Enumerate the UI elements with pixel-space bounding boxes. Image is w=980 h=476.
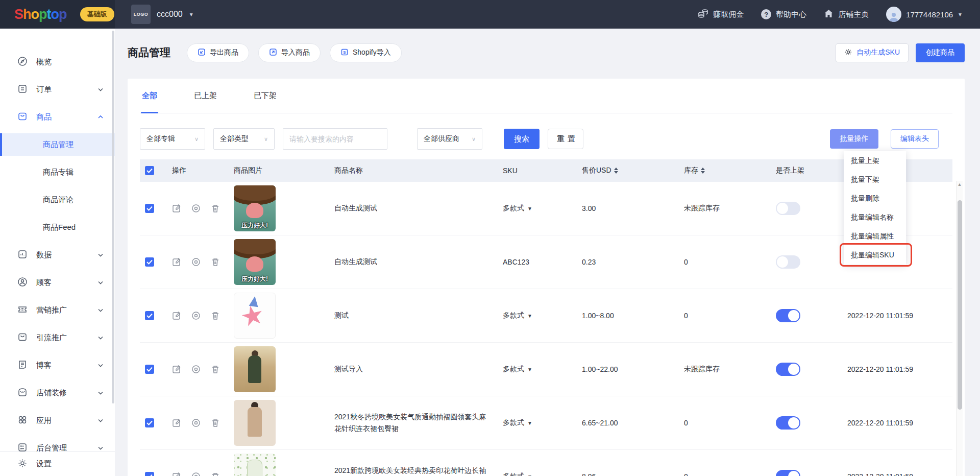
- delete-icon[interactable]: [211, 365, 220, 374]
- sidebar-item-blog[interactable]: 博客: [0, 351, 115, 379]
- search-input[interactable]: [283, 128, 387, 150]
- album-select[interactable]: 全部专辑∨: [140, 128, 205, 150]
- sidebar-subitem-product-reviews[interactable]: 商品评论: [0, 186, 115, 213]
- edit-icon[interactable]: [172, 418, 181, 427]
- product-image[interactable]: 压力好大!: [234, 239, 276, 285]
- menu-item-bulk-edit-attrs[interactable]: 批量编辑属性: [844, 227, 906, 246]
- row-checkbox[interactable]: [145, 257, 154, 267]
- sku-cell[interactable]: 多款式▼: [503, 311, 582, 320]
- preview-icon[interactable]: [191, 257, 201, 267]
- sidebar-subitem-product-management[interactable]: 商品管理: [0, 133, 115, 156]
- sidebar-item-orders[interactable]: 订单: [0, 76, 115, 103]
- shopify-import-button[interactable]: S Shopify导入: [330, 43, 402, 62]
- col-sku: SKU: [503, 166, 582, 175]
- reset-button[interactable]: 重置: [548, 129, 583, 149]
- store-home-link[interactable]: 店铺主页: [824, 9, 869, 20]
- tab-listed[interactable]: 已上架: [194, 79, 217, 113]
- delete-icon[interactable]: [211, 204, 220, 213]
- listing-toggle[interactable]: [776, 255, 800, 269]
- sidebar-item-store-design[interactable]: 店铺装修: [0, 379, 115, 407]
- sidebar-item-settings[interactable]: 设置: [0, 451, 115, 476]
- preview-icon[interactable]: [191, 365, 201, 374]
- listing-toggle[interactable]: [776, 202, 800, 215]
- edit-icon[interactable]: [172, 204, 181, 213]
- sku-cell[interactable]: 多款式▼: [503, 418, 582, 427]
- row-checkbox[interactable]: [145, 204, 154, 213]
- listing-toggle[interactable]: [776, 470, 800, 476]
- shoptop-logo[interactable]: Shoptop: [14, 7, 67, 22]
- menu-item-bulk-list[interactable]: 批量上架: [844, 151, 906, 170]
- product-image[interactable]: [234, 400, 276, 446]
- sidebar-item-apps[interactable]: 应用: [0, 407, 115, 434]
- scrollbar-thumb[interactable]: [958, 200, 962, 410]
- search-button[interactable]: 搜索: [504, 129, 540, 149]
- chart-icon: [17, 249, 28, 261]
- sidebar-subitem-product-collections[interactable]: 商品专辑: [0, 158, 115, 186]
- edit-icon[interactable]: [172, 365, 181, 374]
- table-scrollbar[interactable]: ▲ ▼: [956, 181, 963, 476]
- preview-icon[interactable]: [191, 418, 201, 427]
- delete-icon[interactable]: [211, 311, 220, 320]
- listing-toggle[interactable]: [776, 309, 800, 322]
- menu-item-bulk-edit-sku[interactable]: 批量编辑SKU: [844, 246, 906, 265]
- tab-all[interactable]: 全部: [142, 79, 157, 113]
- edit-columns-button[interactable]: 编辑表头: [891, 129, 939, 149]
- row-checkbox[interactable]: [145, 418, 154, 427]
- product-image[interactable]: 压力好大!: [234, 185, 276, 231]
- sidebar-item-products[interactable]: 商品: [0, 103, 115, 131]
- row-checkbox[interactable]: [145, 472, 154, 476]
- row-checkbox[interactable]: [145, 311, 154, 320]
- scroll-up-icon[interactable]: ▲: [958, 181, 962, 188]
- supplier-select[interactable]: 全部供应商∨: [417, 128, 482, 150]
- auto-generate-sku-button[interactable]: 自动生成SKU: [836, 43, 909, 62]
- select-all-checkbox[interactable]: [145, 166, 154, 175]
- sidebar-item-overview[interactable]: 概览: [0, 48, 115, 76]
- blog-icon: [17, 360, 28, 371]
- chevron-down-icon: ∨: [264, 136, 268, 142]
- preview-icon[interactable]: [191, 204, 201, 213]
- tab-unlisted[interactable]: 已下架: [254, 79, 277, 113]
- product-image[interactable]: [234, 454, 276, 476]
- delete-icon[interactable]: [211, 418, 220, 427]
- customer-icon: [17, 277, 28, 289]
- listing-toggle[interactable]: [776, 363, 800, 376]
- user-menu[interactable]: 17774482106 ▼: [886, 7, 963, 22]
- type-select[interactable]: 全部类型∨: [213, 128, 275, 150]
- sku-cell[interactable]: 多款式▼: [503, 472, 582, 476]
- preview-icon[interactable]: [191, 311, 201, 320]
- preview-icon[interactable]: [191, 472, 201, 476]
- menu-item-bulk-delete[interactable]: 批量删除: [844, 189, 906, 208]
- sidebar-scrollbar[interactable]: [112, 31, 114, 403]
- menu-item-bulk-unlist[interactable]: 批量下架: [844, 170, 906, 189]
- edit-icon[interactable]: [172, 257, 181, 267]
- sort-icon[interactable]: [614, 168, 618, 174]
- bulk-actions-button[interactable]: 批量操作: [830, 129, 878, 149]
- sidebar-subitem-product-feed[interactable]: 商品Feed: [0, 213, 115, 241]
- export-products-button[interactable]: 导出商品: [187, 43, 249, 62]
- sidebar-item-data[interactable]: 数据: [0, 241, 115, 269]
- delete-icon[interactable]: [211, 257, 220, 267]
- sku-cell[interactable]: 多款式▼: [503, 365, 582, 374]
- stock-cell: 0: [684, 472, 776, 476]
- sidebar-item-customers[interactable]: 顾客: [0, 269, 115, 296]
- import-products-button[interactable]: 导入商品: [258, 43, 321, 62]
- plan-badge: 基础版: [80, 7, 114, 21]
- sort-icon[interactable]: [701, 168, 705, 174]
- create-product-button[interactable]: 创建商品: [916, 43, 965, 62]
- sidebar-item-marketing[interactable]: 营销推广: [0, 296, 115, 324]
- sidebar-item-traffic[interactable]: 引流推广: [0, 324, 115, 351]
- delete-icon[interactable]: [211, 472, 220, 476]
- row-checkbox[interactable]: [145, 365, 154, 374]
- stock-cell: 0: [684, 312, 776, 320]
- menu-item-bulk-edit-name[interactable]: 批量编辑名称: [844, 208, 906, 227]
- earn-commission-link[interactable]: 赚取佣金: [697, 9, 744, 20]
- store-switcher[interactable]: LOGO ccc000 ▼: [115, 5, 194, 24]
- edit-icon[interactable]: [172, 311, 181, 320]
- edit-icon[interactable]: [172, 472, 181, 476]
- sku-cell[interactable]: 多款式▼: [503, 204, 582, 213]
- product-bag-icon: [17, 111, 28, 123]
- help-center-link[interactable]: ? 帮助中心: [761, 9, 806, 19]
- listing-toggle[interactable]: [776, 416, 800, 430]
- product-image[interactable]: [234, 346, 276, 392]
- product-image[interactable]: ★: [234, 293, 276, 339]
